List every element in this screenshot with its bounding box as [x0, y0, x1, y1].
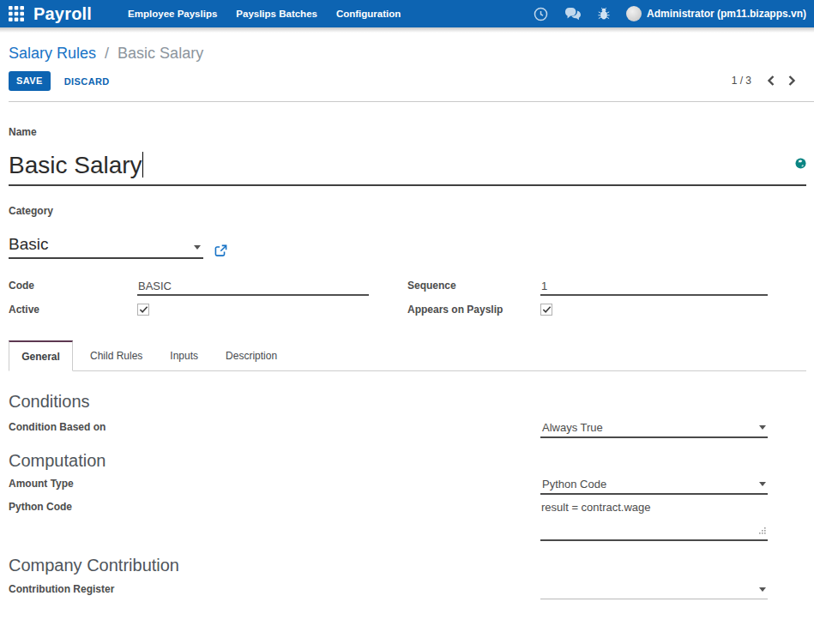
- top-navbar: Payroll Employee Payslips Payslips Batch…: [0, 0, 814, 27]
- contribution-register-select[interactable]: [540, 583, 768, 599]
- external-link-icon[interactable]: [214, 244, 227, 257]
- pager-value: 1 / 3: [732, 75, 751, 87]
- resize-grip-icon[interactable]: [758, 524, 766, 537]
- code-label: Code: [9, 280, 137, 292]
- python-code-label: Python Code: [9, 501, 540, 514]
- chevron-down-icon[interactable]: [194, 245, 201, 250]
- tab-inputs[interactable]: Inputs: [156, 340, 212, 370]
- breadcrumb-parent[interactable]: Salary Rules: [9, 45, 96, 62]
- tab-description[interactable]: Description: [212, 340, 291, 370]
- sequence-input[interactable]: 1: [540, 280, 768, 296]
- python-code-value: result = contract.wage: [541, 501, 651, 514]
- computation-title: Computation: [9, 451, 806, 471]
- bug-icon[interactable]: [598, 7, 610, 21]
- menu-employee-payslips[interactable]: Employee Payslips: [118, 0, 226, 27]
- condition-based-on-row: Condition Based on Always True: [9, 421, 806, 438]
- sequence-label: Sequence: [407, 280, 540, 292]
- name-label: Name: [9, 126, 806, 138]
- contribution-register-row: Contribution Register: [9, 583, 806, 599]
- appears-on-payslip-label: Appears on Payslip: [407, 304, 540, 316]
- control-panel-buttons: SAVE DISCARD: [9, 71, 814, 91]
- amount-type-label: Amount Type: [9, 478, 540, 491]
- chevron-left-icon[interactable]: [763, 75, 778, 86]
- text-cursor: [142, 152, 143, 178]
- navbar-systray: Administrator (pm11.bizapps.vn): [534, 6, 814, 21]
- notebook-tabs: General Child Rules Inputs Description: [9, 340, 806, 371]
- python-code-textarea[interactable]: result = contract.wage: [540, 501, 768, 541]
- condition-based-on-select[interactable]: Always True: [540, 421, 768, 438]
- tab-general[interactable]: General: [9, 340, 73, 371]
- condition-based-on-value: Always True: [542, 421, 603, 434]
- category-label: Category: [9, 205, 806, 217]
- contribution-register-label: Contribution Register: [9, 583, 540, 596]
- tab-child-rules[interactable]: Child Rules: [76, 340, 156, 370]
- discard-button[interactable]: DISCARD: [64, 76, 110, 87]
- chevron-down-icon[interactable]: [759, 587, 766, 592]
- globe-icon[interactable]: [795, 158, 806, 169]
- clock-icon[interactable]: [534, 7, 548, 21]
- chevron-down-icon[interactable]: [759, 425, 766, 430]
- user-menu[interactable]: Administrator (pm11.bizapps.vn): [647, 8, 806, 20]
- amount-type-row: Amount Type Python Code: [9, 478, 806, 495]
- code-sequence-group: Code BASIC Sequence 1 Active Appears on …: [9, 280, 806, 316]
- amount-type-value: Python Code: [542, 478, 606, 491]
- menu-configuration[interactable]: Configuration: [327, 0, 410, 27]
- active-label: Active: [9, 304, 137, 316]
- category-value[interactable]: Basic: [9, 235, 48, 253]
- category-row: Basic: [9, 234, 806, 259]
- conditions-title: Conditions: [9, 392, 806, 412]
- active-checkbox[interactable]: [137, 304, 149, 316]
- chevron-right-icon[interactable]: [785, 75, 799, 86]
- user-avatar[interactable]: [626, 6, 642, 21]
- chevron-down-icon[interactable]: [759, 482, 766, 486]
- name-input[interactable]: Basic Salary: [9, 151, 806, 186]
- app-title[interactable]: Payroll: [33, 4, 92, 24]
- apps-grid-icon[interactable]: [9, 6, 24, 21]
- menu-payslips-batches[interactable]: Payslips Batches: [226, 0, 327, 27]
- form-sheet: Name Basic Salary Category Basic Code BA…: [0, 102, 814, 599]
- control-panel-border: [9, 101, 814, 102]
- chat-icon[interactable]: [564, 7, 582, 21]
- code-input[interactable]: BASIC: [137, 280, 369, 296]
- breadcrumb-separator: /: [100, 45, 113, 62]
- condition-based-on-label: Condition Based on: [9, 421, 540, 434]
- tab-content-general: Conditions Condition Based on Always Tru…: [9, 371, 806, 599]
- company-contribution-title: Company Contribution: [9, 556, 806, 575]
- main-menu: Employee Payslips Payslips Batches Confi…: [118, 0, 410, 27]
- name-value[interactable]: Basic Salary: [9, 152, 142, 178]
- category-select[interactable]: Basic: [9, 234, 203, 259]
- breadcrumb-current: Basic Salary: [118, 45, 203, 62]
- python-code-row: Python Code result = contract.wage: [9, 501, 806, 541]
- breadcrumb: Salary Rules / Basic Salary: [9, 44, 814, 63]
- amount-type-select[interactable]: Python Code: [540, 478, 768, 495]
- control-panel: Salary Rules / Basic Salary SAVE DISCARD…: [0, 33, 814, 102]
- pager: 1 / 3: [732, 70, 799, 90]
- save-button[interactable]: SAVE: [9, 71, 51, 91]
- appears-on-payslip-checkbox[interactable]: [540, 304, 552, 316]
